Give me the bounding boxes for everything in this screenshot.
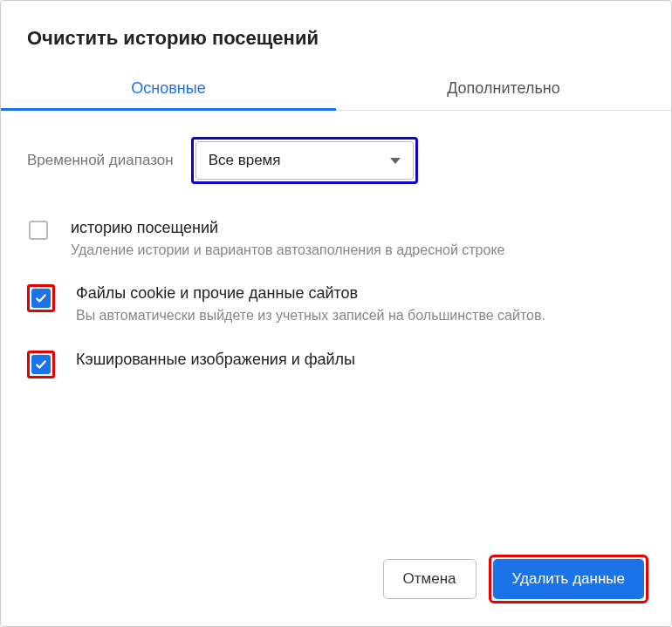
chevron-down-icon [390,158,401,164]
dialog-footer: Отмена Удалить данные [1,537,671,626]
clear-browsing-data-dialog: Очистить историю посещений Основные Допо… [0,0,672,627]
tabs: Основные Дополнительно [1,67,671,111]
dialog-title: Очистить историю посещений [1,1,671,67]
checkbox-wrap [27,219,50,242]
option-text: Кэшированные изображения и файлы [76,351,645,372]
cancel-button[interactable]: Отмена [383,559,477,599]
option-description: Вы автоматически выйдете из учетных запи… [76,306,645,325]
option-description: Удаление истории и вариантов автозаполне… [71,241,645,260]
dialog-content: Временной диапазон Все время историю пос… [1,111,671,537]
option-row: историю посещенийУдаление истории и вари… [27,219,645,260]
confirm-button[interactable]: Удалить данные [493,559,644,599]
option-text: историю посещенийУдаление истории и вари… [71,219,645,260]
time-range-value: Все время [209,152,281,169]
confirm-button-highlight: Удалить данные [489,555,648,603]
option-text: Файлы cookie и прочие данные сайтовВы ав… [76,284,645,325]
time-range-row: Временной диапазон Все время [27,137,645,184]
time-range-label: Временной диапазон [27,152,174,169]
tab-basic[interactable]: Основные [1,67,336,110]
option-row: Файлы cookie и прочие данные сайтовВы ав… [27,284,645,325]
checkbox[interactable] [31,289,51,308]
option-title: Файлы cookie и прочие данные сайтов [76,284,645,303]
checkbox-highlight [27,284,55,312]
option-title: Кэшированные изображения и файлы [76,351,645,369]
time-range-select[interactable]: Все время [195,141,414,180]
option-title: историю посещений [71,219,645,237]
option-row: Кэшированные изображения и файлы [27,351,645,378]
time-range-highlight: Все время [191,137,418,184]
checkbox[interactable] [29,221,48,240]
checkbox[interactable] [31,355,51,374]
checkbox-highlight [27,351,55,378]
tab-advanced[interactable]: Дополнительно [336,67,671,110]
